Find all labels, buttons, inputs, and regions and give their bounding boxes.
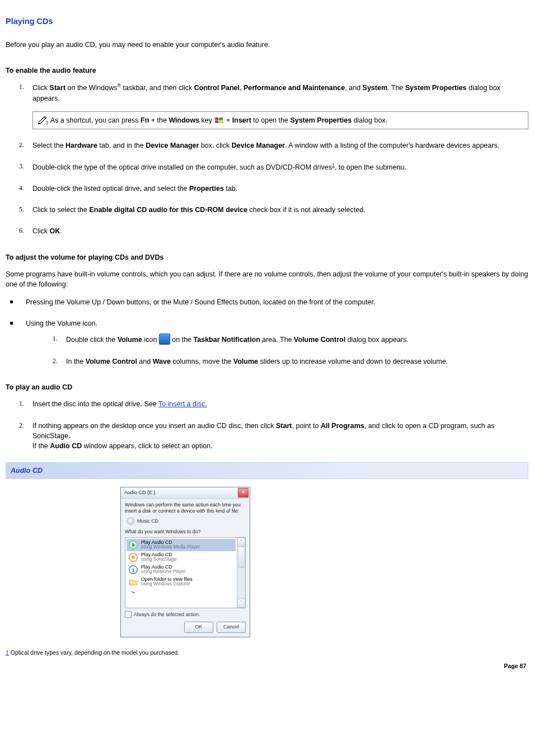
list-item[interactable]: Play Audio CD using Windows Media Player <box>127 539 236 551</box>
dialog-title: Audio CD (E:) <box>124 489 156 496</box>
scroll-up-button[interactable]: ˄ <box>237 538 245 547</box>
dialog-buttons: OK Cancel <box>125 622 246 633</box>
step-number: 2. <box>53 356 58 366</box>
step-text: Click OK. <box>32 227 62 235</box>
scroll-down-button[interactable]: ˅ <box>237 599 245 608</box>
list-item[interactable]: Open folder to view files using Windows … <box>127 576 236 588</box>
media-kind-label: Music CD <box>137 518 158 525</box>
svg-point-2 <box>132 556 134 558</box>
dialog-titlebar: Audio CD (E:) × <box>121 487 250 499</box>
page-number: Page 87 <box>504 662 526 670</box>
enable-step-3: 3. Double-click the type of the optical … <box>6 162 528 172</box>
folder-open-icon <box>128 577 138 587</box>
step-number: 2. <box>19 140 24 150</box>
step-text: Double click the Volume icon on the Task… <box>66 336 409 344</box>
enable-audio-steps: 1. Click Start on the Windows® taskbar, … <box>6 82 528 236</box>
dialog-question: What do you want Windows to do? <box>125 528 246 536</box>
shortcut-tip-box: As a shortcut, you can press Fn + the Wi… <box>32 111 528 129</box>
volume-options: Pressing the Volume Up / Down buttons, o… <box>6 297 528 367</box>
step-text: Click to select the Enable digital CD au… <box>32 206 366 214</box>
play-heading: To play an audio CD <box>6 382 528 392</box>
step-number: 3. <box>19 162 24 171</box>
intro-paragraph: Before you play an audio CD, you may nee… <box>6 40 528 50</box>
close-button[interactable]: × <box>238 488 249 497</box>
footnote: 1 Optical drive types vary, depending on… <box>6 649 528 657</box>
enable-step-6: 6. Click OK. <box>6 226 528 236</box>
list-item-subtitle: using Windows Media Player <box>141 545 200 550</box>
realone-icon: 1 <box>128 565 138 575</box>
list-scrollbar[interactable]: ˄ ˅ <box>237 538 245 608</box>
play-steps: 1. Insert the disc into the optical driv… <box>6 399 528 451</box>
volume-option-icon: Using the Volume icon. 1. Double click t… <box>6 318 528 367</box>
play-step-2: 2. If nothing appears on the desktop onc… <box>6 421 528 451</box>
insert-disc-link[interactable]: To insert a disc. <box>158 400 207 408</box>
volume-option-buttons: Pressing the Volume Up / Down buttons, o… <box>6 297 528 307</box>
step-text: If nothing appears on the desktop once y… <box>32 422 495 450</box>
dialog-body: Windows can perform the same action each… <box>121 499 250 637</box>
windows-key-icon <box>214 116 224 124</box>
step-text: Insert the disc into the optical drive. … <box>32 400 207 408</box>
play-step-1: 1. Insert the disc into the optical driv… <box>6 399 528 409</box>
audio-cd-dialog: Audio CD (E:) × Windows can perform the … <box>120 487 250 637</box>
volume-intro: Some programs have built-in volume contr… <box>6 269 528 289</box>
list-item[interactable]: Play Audio CD using SonicStage <box>127 551 236 564</box>
step-number: 5. <box>19 205 24 214</box>
dialog-description: Windows can perform the same action each… <box>125 502 246 514</box>
actions-listbox: Play Audio CD using Windows Media Player… <box>125 537 246 608</box>
list-item-subtitle: using SonicStage <box>141 557 177 562</box>
step-text: In the Volume Control and Wave columns, … <box>66 358 448 365</box>
dialog-figure: Audio CD (E:) × Windows can perform the … <box>6 487 534 637</box>
step-number: 1. <box>53 334 58 344</box>
music-cd-icon <box>127 517 134 525</box>
volume-tray-icon <box>159 334 170 345</box>
list-item-partial[interactable] <box>127 588 236 600</box>
step-number: 4. <box>19 184 24 193</box>
figure-caption: Audio CD <box>6 462 528 479</box>
scroll-thumb[interactable] <box>238 547 245 568</box>
ok-button[interactable]: OK <box>184 622 213 633</box>
document-page: Playing CDs Before you play an audio CD,… <box>0 0 534 674</box>
svg-text:1: 1 <box>132 567 135 573</box>
enable-step-4: 4. Double-click the listed optical drive… <box>6 184 528 194</box>
step-text: Click Start on the Windows® taskbar, and… <box>32 84 500 102</box>
volume-heading: To adjust the volume for playing CDs and… <box>6 252 528 262</box>
scroll-track[interactable] <box>237 547 245 599</box>
partial-row-icon <box>128 589 138 599</box>
actions-list-items: Play Audio CD using Windows Media Player… <box>125 538 237 608</box>
list-item[interactable]: 1 Play Audio CD using RealOne Player <box>127 564 236 576</box>
cancel-button[interactable]: Cancel <box>217 622 246 633</box>
step-text: Select the Hardware tab, and in the Devi… <box>32 142 499 149</box>
sonicstage-icon <box>128 552 138 562</box>
enable-step-1: 1. Click Start on the Windows® taskbar, … <box>6 82 528 129</box>
enable-step-5: 5. Click to select the Enable digital CD… <box>6 205 528 215</box>
step-number: 6. <box>19 226 24 236</box>
tip-text: As a shortcut, you can press Fn + the Wi… <box>50 116 387 124</box>
step-number: 1. <box>19 82 24 92</box>
step-number: 1. <box>19 399 24 408</box>
media-kind-row: Music CD <box>127 517 246 525</box>
footnote-text: Optical drive types vary, depending on t… <box>9 649 180 656</box>
step-text: Double-click the listed optical drive, a… <box>32 185 237 192</box>
enable-step-2: 2. Select the Hardware tab, and in the D… <box>6 140 528 151</box>
always-do-label: Always do the selected action. <box>134 611 200 618</box>
volume-icon-step-1: 1. Double click the Volume icon on the T… <box>26 334 528 345</box>
wmp-play-icon <box>128 540 138 550</box>
step-number: 2. <box>19 421 24 430</box>
always-do-checkbox[interactable] <box>125 611 132 618</box>
volume-icon-steps: 1. Double click the Volume icon on the T… <box>26 334 528 367</box>
always-do-row: Always do the selected action. <box>125 611 246 618</box>
list-item-subtitle: using Windows Explorer <box>141 582 193 587</box>
step-text: Double-click the type of the optical dri… <box>32 163 406 171</box>
list-item-subtitle: using RealOne Player <box>141 570 186 575</box>
page-title: Playing CDs <box>6 16 528 27</box>
volume-icon-step-2: 2. In the Volume Control and Wave column… <box>26 356 528 367</box>
enable-audio-heading: To enable the audio feature <box>6 65 528 76</box>
note-pen-icon <box>38 116 49 125</box>
